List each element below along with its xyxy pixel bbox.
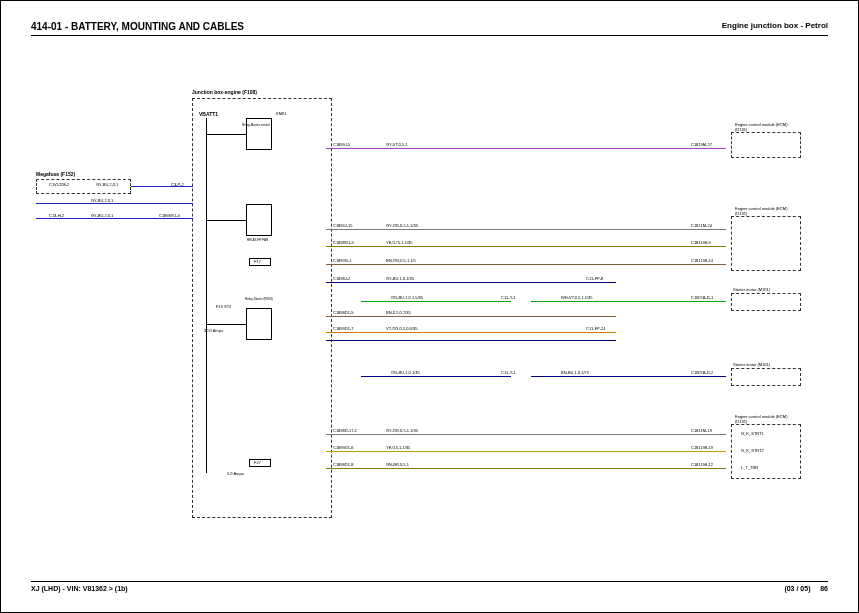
wire-st1-b [531,301,726,302]
wire-r2-0 [326,229,726,230]
ecm-box-2 [731,216,801,271]
vehicle-info: XJ (LHD) - VIN: V81362 > (1b) [31,585,128,592]
relay-hp-fan [246,204,272,236]
wire-r3-ret [326,340,616,341]
starter2-label: Starter motor (M101) [733,362,770,367]
wire-st1-a [361,301,511,302]
page-footer: XJ (LHD) - VIN: V81362 > (1b) (03 / 05) … [31,581,828,592]
trunk-h1 [206,134,246,135]
ecm3-label: Engine control module (ECM) (D131) [735,414,800,424]
wire-r3-1 [326,332,616,333]
ecm1-label: Engine control module (ECM) (D131) [735,122,800,132]
wire-st2-a [361,376,511,377]
wire-r2-2 [326,264,726,265]
ecm-box-1 [731,132,801,158]
wire-ecm3-2 [326,468,726,469]
relay1-name: Relay-Master control [231,123,281,127]
wire-ecm3-1 [326,451,726,452]
trunk-h2 [206,220,246,221]
junction-box-title: Junction box-engine (F108) [192,89,257,95]
wire-r3-0 [326,316,616,317]
page-subtitle: Engine junction box - Petrol [722,21,828,32]
wire-ecm3-0 [326,434,726,435]
vbatt-label: VBATT1 [199,111,218,117]
starter1-label: Starter motor (M101) [733,287,770,292]
page-header: 414-01 - BATTERY, MOUNTING AND CABLES En… [31,21,828,36]
ecm2-label: Engine control module (ECM) (D131) [735,206,800,216]
wire-r2-1 [326,246,726,247]
wire-relay1-out [326,148,726,149]
megafuse-title: Megafuse (F152) [36,171,75,177]
wiring-diagram: Junction box-engine (F108) VBATT1 KM01 R… [31,56,828,562]
relay-starter [246,308,272,340]
page-of: (03 / 05) [784,585,810,592]
starter-box-1 [731,293,801,311]
wire-st2-b [531,376,726,377]
wire-f17 [326,282,616,283]
km01-label: KM01 [276,111,286,116]
trunk-h3 [206,324,246,325]
page-num: 86 [820,585,828,592]
wire-int-1 [36,203,193,204]
starter-box-2 [731,368,801,386]
section-title: 414-01 - BATTERY, MOUNTING AND CABLES [31,21,244,32]
wire-int-2 [36,218,193,219]
trunk-wire [206,118,207,473]
